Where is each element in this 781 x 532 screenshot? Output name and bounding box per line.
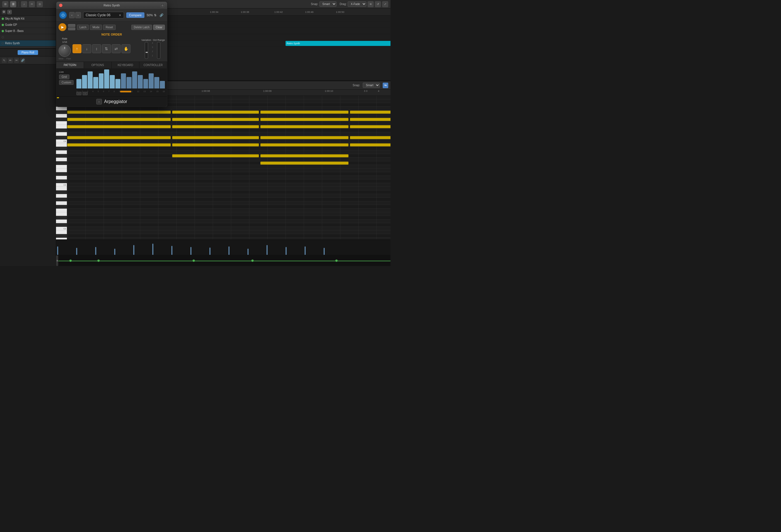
snap-select[interactable]: Smart — [319, 1, 336, 7]
pr-tool-arrow[interactable]: ↖ — [2, 58, 7, 63]
piano-key-Csharp3[interactable] — [56, 179, 67, 183]
tab-keyboard[interactable]: KEYBOARD — [112, 62, 139, 68]
pattern-bar-12[interactable] — [138, 75, 143, 88]
auto-dot-3[interactable] — [193, 259, 195, 262]
note-block-9[interactable] — [172, 144, 259, 147]
toolbar-midi-icon[interactable]: ♪ — [21, 1, 27, 7]
bounce-icon[interactable]: ⤢ — [382, 1, 388, 7]
note-block-20[interactable] — [350, 125, 390, 128]
note-block-19[interactable] — [350, 118, 390, 121]
pattern-bar-13[interactable] — [143, 79, 148, 88]
piano-key-Fsharp2[interactable] — [56, 205, 67, 209]
piano-key-D2[interactable] — [56, 219, 67, 223]
note-canvas[interactable] — [67, 96, 390, 239]
auto-dot-5[interactable] — [335, 259, 338, 262]
variation-slider[interactable] — [145, 42, 148, 59]
link-button[interactable]: 🔗 — [159, 12, 164, 18]
sidebar-item-empty[interactable] — [0, 34, 56, 40]
note-block-0[interactable] — [67, 111, 171, 114]
window-maximize-btn[interactable]: ⊡ — [160, 3, 164, 7]
pattern-next-btn[interactable]: › — [83, 92, 88, 95]
pattern-bar-16[interactable] — [160, 81, 165, 88]
pattern-prev-btn[interactable]: ‹ — [76, 92, 81, 95]
sidebar-item-guide-ep[interactable]: Guide EP — [0, 22, 56, 28]
piano-key-E4[interactable] — [56, 125, 67, 128]
note-block-4[interactable] — [67, 144, 171, 147]
note-block-2[interactable] — [67, 125, 171, 128]
pattern-custom-button[interactable]: Custom — [59, 80, 74, 85]
dir-down-button[interactable]: ↓ — [82, 44, 91, 53]
window-close-button[interactable] — [59, 4, 63, 7]
note-block-16[interactable] — [260, 154, 348, 157]
pattern-bar-1[interactable] — [76, 79, 81, 88]
note-block-22[interactable] — [350, 144, 390, 147]
pattern-bar-4[interactable] — [93, 77, 98, 88]
waveform-icon[interactable]: ≋ — [368, 1, 374, 7]
toolbar-scissors-icon[interactable]: ✂ — [29, 1, 35, 7]
piano-key-A4[interactable] — [56, 107, 67, 110]
toolbar-list-icon[interactable]: ☰ — [10, 1, 16, 7]
drag-select[interactable]: X-Fade — [348, 1, 366, 7]
piano-key-D4[interactable] — [56, 132, 67, 136]
note-block-3[interactable] — [67, 136, 171, 139]
piano-key-Dsharp3[interactable] — [56, 172, 67, 176]
piano-key-Dsharp2[interactable] — [56, 216, 67, 219]
delete-latch-button[interactable]: Delete Latch — [131, 25, 152, 30]
toolbar-grid-icon[interactable]: ⊞ — [2, 1, 8, 7]
next-preset-button[interactable]: › — [75, 12, 81, 18]
note-block-17[interactable] — [260, 162, 348, 165]
sidebar-item-retro-synth[interactable]: Retro Synth — [0, 40, 56, 46]
dir-up-button[interactable]: ↑ — [73, 44, 81, 53]
auto-dot-4[interactable] — [251, 259, 254, 262]
piano-key-F3[interactable] — [56, 165, 67, 169]
dir-manual-button[interactable]: ✋ — [122, 44, 130, 53]
piano-key-Asharp2[interactable] — [56, 191, 67, 194]
add-track-button[interactable]: + — [7, 10, 12, 14]
rate-knob[interactable] — [58, 44, 71, 57]
piano-key-B1[interactable] — [56, 231, 67, 234]
pattern-bar-6[interactable] — [104, 70, 109, 88]
piano-key-B2[interactable] — [56, 187, 67, 191]
piano-key-Fsharp4[interactable] — [56, 118, 67, 121]
tab-controller[interactable]: CONTROLLER — [139, 62, 167, 68]
piano-key-C4[interactable]: C4 — [56, 139, 67, 143]
reset-button[interactable]: Reset — [103, 25, 115, 30]
oct-range-slider[interactable] — [157, 42, 160, 59]
sidebar-item-sky-at-night[interactable]: Sky At Night Kit — [0, 16, 56, 22]
piano-key-Csharp4[interactable] — [56, 136, 67, 139]
pattern-bar-11[interactable] — [132, 71, 137, 88]
piano-key-Fsharp3[interactable] — [56, 161, 67, 165]
pr-snap-select[interactable]: Smart — [363, 83, 380, 88]
pr-tool-pencil[interactable]: ✏ — [8, 58, 13, 63]
note-block-7[interactable] — [172, 125, 259, 128]
note-block-1[interactable] — [67, 118, 171, 121]
pattern-bar-15[interactable] — [154, 77, 159, 88]
piano-key-D3[interactable] — [56, 176, 67, 179]
auto-dot-1[interactable] — [70, 259, 72, 262]
clear-button[interactable]: Clear — [153, 25, 165, 30]
pr-tool-scissor[interactable]: ✂ — [14, 58, 19, 63]
piano-key-G3[interactable] — [56, 158, 67, 161]
auto-dot-2[interactable] — [97, 259, 100, 262]
arp-small-btn-1[interactable] — [68, 24, 75, 27]
piano-key-Gsharp4[interactable] — [56, 110, 67, 114]
piano-roll-button[interactable]: Piano Roll — [17, 50, 38, 55]
piano-key-C2[interactable]: C2 — [56, 227, 67, 231]
note-block-10[interactable] — [172, 154, 259, 157]
piano-key-B3[interactable] — [56, 143, 67, 147]
dir-downup-button[interactable]: ⇅ — [102, 44, 111, 53]
tab-options[interactable]: OPTIONS — [84, 62, 112, 68]
piano-key-A2[interactable] — [56, 194, 67, 198]
piano-key-F4[interactable] — [56, 121, 67, 125]
pattern-bar-8[interactable] — [115, 79, 120, 88]
pattern-bar-7[interactable] — [110, 75, 115, 88]
pattern-bar-5[interactable] — [99, 73, 104, 88]
note-block-8[interactable] — [172, 136, 259, 139]
compare-button[interactable]: Compare — [126, 12, 145, 18]
piano-key-Asharp1[interactable] — [56, 234, 67, 238]
piano-key-G4[interactable] — [56, 114, 67, 118]
arp-small-btn-2[interactable] — [68, 28, 75, 30]
note-block-14[interactable] — [260, 136, 348, 139]
note-block-13[interactable] — [260, 125, 348, 128]
piano-key-F2[interactable] — [56, 209, 67, 212]
